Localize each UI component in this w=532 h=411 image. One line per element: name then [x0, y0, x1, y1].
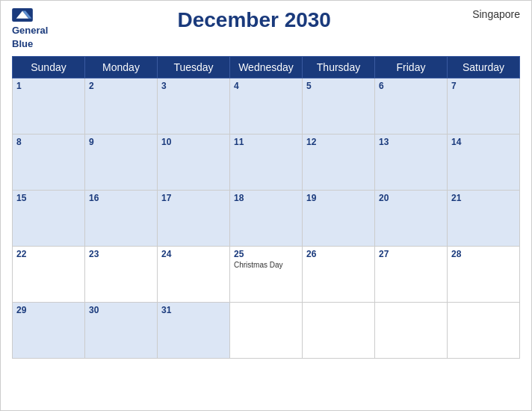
date-number: 5: [306, 81, 371, 91]
weekday-header-cell: Friday: [375, 57, 448, 78]
calendar-day-cell: 27: [375, 247, 448, 303]
weekday-header-cell: Wednesday: [230, 57, 303, 78]
calendar-day-cell: 6: [375, 78, 448, 135]
weekday-header-row: SundayMondayTuesdayWednesdayThursdayFrid…: [13, 57, 520, 78]
calendar-title: December 2030: [48, 8, 460, 32]
calendar-day-cell: 18: [230, 191, 303, 247]
calendar-day-cell: 7: [448, 78, 520, 135]
calendar-day-cell: 16: [85, 191, 158, 247]
calendar-day-cell: 20: [375, 191, 448, 247]
calendar-day-cell: 29: [13, 303, 85, 359]
weekday-header-cell: Saturday: [448, 57, 520, 78]
weekday-header-cell: Tuesday: [158, 57, 230, 78]
date-number: 31: [161, 305, 226, 315]
date-number: 16: [89, 193, 153, 203]
country-label: Singapore: [460, 8, 520, 20]
calendar-day-cell: 1: [13, 78, 85, 135]
calendar-day-cell: 25Christmas Day: [230, 247, 303, 303]
date-number: 11: [234, 137, 298, 147]
calendar-day-cell: 14: [448, 135, 520, 191]
event-label: Christmas Day: [234, 261, 298, 269]
date-number: 7: [451, 81, 516, 91]
weekday-header-cell: Sunday: [13, 57, 85, 78]
calendar-grid: SundayMondayTuesdayWednesdayThursdayFrid…: [12, 56, 520, 359]
month-year-title: December 2030: [48, 8, 460, 32]
date-number: 8: [16, 137, 81, 147]
calendar-day-cell: [230, 303, 303, 359]
date-number: 17: [161, 193, 226, 203]
date-number: 20: [379, 193, 443, 203]
date-number: 3: [161, 81, 226, 91]
calendar-day-cell: 26: [303, 247, 375, 303]
calendar-day-cell: 15: [13, 191, 85, 247]
date-number: 2: [89, 81, 153, 91]
date-number: 14: [451, 137, 516, 147]
calendar-container: General Blue December 2030 Singapore Sun…: [0, 0, 532, 411]
date-number: 21: [451, 193, 516, 203]
calendar-day-cell: 5: [303, 78, 375, 135]
calendar-week-row: 1234567: [13, 78, 520, 135]
date-number: 13: [379, 137, 443, 147]
calendar-body: 1234567891011121314151617181920212223242…: [13, 78, 520, 359]
calendar-day-cell: 8: [13, 135, 85, 191]
calendar-day-cell: 9: [85, 135, 158, 191]
logo-icon: [12, 8, 33, 22]
date-number: 6: [379, 81, 443, 91]
calendar-day-cell: 12: [303, 135, 375, 191]
calendar-day-cell: 30: [85, 303, 158, 359]
calendar-week-row: 891011121314: [13, 135, 520, 191]
date-number: 28: [451, 249, 516, 259]
calendar-week-row: 22232425Christmas Day262728: [13, 247, 520, 303]
date-number: 23: [89, 249, 153, 259]
date-number: 1: [16, 81, 81, 91]
calendar-day-cell: 2: [85, 78, 158, 135]
calendar-day-cell: [303, 303, 375, 359]
calendar-day-cell: 21: [448, 191, 520, 247]
calendar-day-cell: 19: [303, 191, 375, 247]
calendar-day-cell: 10: [158, 135, 230, 191]
weekday-header-cell: Thursday: [303, 57, 375, 78]
date-number: 18: [234, 193, 298, 203]
calendar-day-cell: 24: [158, 247, 230, 303]
weekday-header-cell: Monday: [85, 57, 158, 78]
date-number: 27: [379, 249, 443, 259]
date-number: 22: [16, 249, 81, 259]
calendar-day-cell: 22: [13, 247, 85, 303]
date-number: 9: [89, 137, 153, 147]
date-number: 24: [161, 249, 226, 259]
date-number: 30: [89, 305, 153, 315]
calendar-day-cell: 13: [375, 135, 448, 191]
date-number: 26: [306, 249, 371, 259]
date-number: 10: [161, 137, 226, 147]
calendar-header: General Blue December 2030 Singapore: [12, 8, 520, 50]
calendar-week-row: 293031: [13, 303, 520, 359]
calendar-day-cell: 28: [448, 247, 520, 303]
calendar-day-cell: [448, 303, 520, 359]
logo-area: General Blue: [12, 8, 48, 50]
calendar-day-cell: [375, 303, 448, 359]
calendar-day-cell: 3: [158, 78, 230, 135]
logo-text: General Blue: [12, 23, 48, 50]
date-number: 4: [234, 81, 298, 91]
calendar-day-cell: 23: [85, 247, 158, 303]
date-number: 12: [306, 137, 371, 147]
calendar-week-row: 15161718192021: [13, 191, 520, 247]
calendar-day-cell: 31: [158, 303, 230, 359]
date-number: 15: [16, 193, 81, 203]
calendar-day-cell: 17: [158, 191, 230, 247]
date-number: 25: [234, 249, 298, 259]
calendar-day-cell: 11: [230, 135, 303, 191]
date-number: 19: [306, 193, 371, 203]
date-number: 29: [16, 305, 81, 315]
calendar-day-cell: 4: [230, 78, 303, 135]
